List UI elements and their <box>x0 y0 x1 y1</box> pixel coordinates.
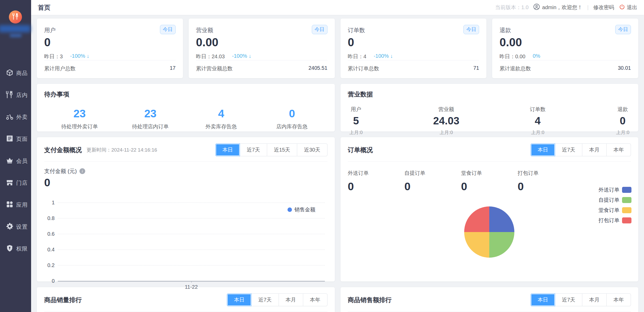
ranking-qty-tabs: 本日 近7天 本月 本年 <box>227 293 327 306</box>
tab-7days[interactable]: 近7天 <box>555 293 582 306</box>
todo-value: 23 <box>115 107 186 120</box>
tab-30days[interactable]: 近30天 <box>297 143 327 156</box>
sidebar-item-label: 权限 <box>16 245 28 252</box>
todo-label: 待处理店内订单 <box>115 123 186 130</box>
sidebar-item-label: 门店 <box>16 179 28 187</box>
legend-swatch-icon <box>622 217 631 223</box>
sidebar-item-goods[interactable]: 商品 <box>0 62 31 84</box>
main-content: 用户 今日 0 昨日：3 -100% ↓ 累计用户总数 17 营业额 今日 0.… <box>31 15 644 312</box>
tab-month[interactable]: 本月 <box>582 143 607 156</box>
divider: | <box>587 4 589 10</box>
info-icon[interactable]: i <box>79 168 85 174</box>
line-legend-sales-amount[interactable]: 销售金额 <box>288 206 315 213</box>
todo-value: 23 <box>44 107 115 120</box>
todo-item-instore-stock[interactable]: 0 店内库存告急 <box>257 107 327 130</box>
tab-today[interactable]: 本日 <box>227 293 251 306</box>
gridline <box>58 265 325 265</box>
user-account[interactable]: admin，欢迎您！ <box>533 3 582 11</box>
legend-swatch-icon <box>622 197 631 203</box>
pie-legend-dinein[interactable]: 堂食订单 <box>599 207 631 214</box>
gridline <box>58 250 325 250</box>
change-password-link[interactable]: 修改密码 <box>593 4 614 11</box>
sidebar-item-takeout[interactable]: 外卖 <box>0 106 31 128</box>
sidebar-item-members[interactable]: 会员 <box>0 150 31 172</box>
sidebar-item-stores[interactable]: 门店 <box>0 172 31 194</box>
todo-item-takeout-orders[interactable]: 23 待处理外卖订单 <box>44 107 115 130</box>
tab-year[interactable]: 本年 <box>303 293 327 306</box>
top-bar: 首页 当前版本：1.0 admin，欢迎您！ | 修改密码 退出 <box>31 0 644 15</box>
todo-item-takeout-stock[interactable]: 4 外卖库存告急 <box>186 107 257 130</box>
business-item-revenue: 营业额 24.03 上月:0 <box>433 106 459 136</box>
sidebar-item-label: 应用 <box>16 201 28 209</box>
stat-value: 0 <box>44 36 176 49</box>
pie-legend-delivery[interactable]: 外送订单 <box>599 186 631 193</box>
power-icon <box>619 4 625 11</box>
sidebar-item-label: 外卖 <box>16 113 28 121</box>
tab-15days[interactable]: 近15天 <box>267 143 297 156</box>
page-title: 首页 <box>38 3 50 12</box>
sidebar-item-settings[interactable]: 设置 <box>0 216 31 238</box>
stat-footer-label: 累计退款总数 <box>499 65 531 72</box>
tab-year[interactable]: 本年 <box>607 143 631 156</box>
ranking-amount-tabs: 本日 近7天 本月 本年 <box>531 293 631 306</box>
legend-swatch-icon <box>622 207 631 213</box>
tab-today[interactable]: 本日 <box>531 143 555 156</box>
logout-button[interactable]: 退出 <box>619 4 637 11</box>
page-icon <box>6 135 16 144</box>
payment-line-chart: 销售金额 11-22 10.80.60.40.20 <box>58 203 325 281</box>
ranking-amount-title: 商品销售额排行 <box>348 296 392 304</box>
y-axis-tick-label: 0.8 <box>44 215 55 221</box>
tab-month[interactable]: 本月 <box>582 293 607 306</box>
order-stat-delivery: 外送订单 0 <box>348 170 405 193</box>
sidebar-menu: 商品 店内 外卖 页面 会员 门店 应用 设置 <box>0 62 31 260</box>
x-axis-label: 11-22 <box>185 284 198 290</box>
logout-label: 退出 <box>627 4 637 11</box>
tab-year[interactable]: 本年 <box>607 293 631 306</box>
stat-yesterday: 昨日：3 <box>44 53 63 60</box>
y-axis-tick-label: 1 <box>44 200 55 206</box>
cube-icon <box>6 69 16 78</box>
x-axis-line <box>58 281 325 281</box>
sidebar-item-label: 商品 <box>16 70 28 77</box>
user-avatar-icon <box>533 3 540 11</box>
tab-7days[interactable]: 近7天 <box>240 143 267 156</box>
todo-label: 店内库存告急 <box>257 123 327 130</box>
stat-title: 用户 <box>44 26 56 34</box>
sidebar-item-label: 店内 <box>16 91 28 99</box>
business-title: 营业数据 <box>348 90 631 99</box>
pie-legend-packed[interactable]: 打包订单 <box>599 217 631 224</box>
stat-change: -100% ↓ <box>374 53 393 60</box>
payment-overview-card: 支付金额概况 更新时间：2024-11-22 14:16:16 本日 近7天 近… <box>37 137 335 281</box>
stat-footer-label: 累计用户总数 <box>44 65 76 72</box>
y-axis-tick-label: 0.6 <box>44 231 55 237</box>
pie-legend-pickup[interactable]: 自提订单 <box>599 197 631 204</box>
payment-title: 支付金额概况 <box>44 146 82 154</box>
scooter-icon <box>6 113 16 122</box>
cutlery-logo-icon <box>12 13 19 21</box>
stat-value: 0.00 <box>196 36 327 49</box>
todo-label: 外卖库存告急 <box>186 123 257 130</box>
tab-7days[interactable]: 近7天 <box>555 143 582 156</box>
stat-footer-value: 2405.51 <box>308 65 327 72</box>
tab-today[interactable]: 本日 <box>215 143 240 156</box>
store-icon <box>6 178 16 188</box>
shield-icon <box>6 244 16 253</box>
todo-item-instore-orders[interactable]: 23 待处理店内订单 <box>115 107 186 130</box>
tab-7days[interactable]: 近7天 <box>251 293 279 306</box>
stat-yesterday: 昨日：24.03 <box>196 53 225 60</box>
y-axis-tick-label: 0.4 <box>44 247 55 253</box>
sidebar-item-apps[interactable]: 应用 <box>0 194 31 216</box>
business-item-refunds: 退款 0 上月:0 <box>616 106 629 136</box>
blurred-brand-text-2 <box>10 34 21 37</box>
tab-today[interactable]: 本日 <box>531 293 555 306</box>
sidebar-item-instore[interactable]: 店内 <box>0 84 31 106</box>
stat-change: -100% ↓ <box>232 53 251 60</box>
tab-month[interactable]: 本月 <box>279 293 303 306</box>
stat-yesterday: 昨日：0.00 <box>499 53 525 60</box>
order-stat-dinein: 堂食订单 0 <box>461 170 518 193</box>
sidebar-item-pages[interactable]: 页面 <box>0 128 31 150</box>
stat-value: 0.00 <box>499 36 631 49</box>
pie-legend: 外送订单 自提订单 堂食订单 打包订单 <box>599 186 631 224</box>
sidebar-item-permissions[interactable]: 权限 <box>0 238 31 260</box>
legend-dot-icon <box>288 207 292 212</box>
